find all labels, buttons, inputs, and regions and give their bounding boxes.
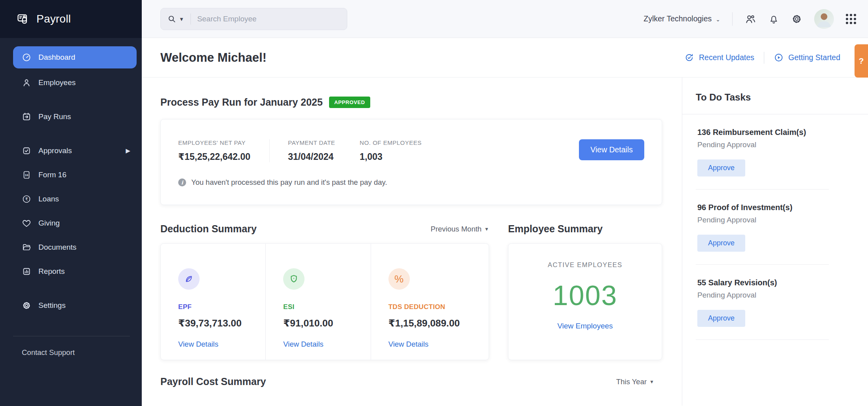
documents-icon bbox=[22, 243, 31, 252]
payroll-logo-icon bbox=[17, 12, 30, 26]
active-employees-count: 1003 bbox=[508, 280, 662, 311]
getting-started-link[interactable]: Getting Started bbox=[774, 53, 840, 63]
sidebar-item-settings[interactable]: Settings bbox=[13, 296, 137, 315]
sidebar-item-documents[interactable]: Documents bbox=[13, 237, 137, 257]
esi-value: ₹91,010.00 bbox=[283, 317, 370, 329]
info-icon: i bbox=[178, 178, 186, 186]
employee-summary-head: Employee Summary bbox=[508, 223, 662, 235]
sidebar-item-approvals[interactable]: Approvals ▶ bbox=[13, 141, 137, 161]
loans-icon: ₹ bbox=[22, 194, 31, 204]
app-title: Payroll bbox=[36, 13, 71, 25]
net-pay-label: EMPLOYEES' NET PAY bbox=[178, 139, 250, 146]
sidebar-item-label: Form 16 bbox=[38, 171, 67, 179]
sidebar-item-loans[interactable]: ₹ Loans bbox=[13, 189, 137, 209]
sidebar-item-label: Employees bbox=[38, 78, 76, 87]
page-title: Welcome Michael! bbox=[160, 51, 266, 65]
payment-date-value: 31/04/2024 bbox=[288, 152, 335, 162]
esi-column: ESI ₹91,010.00 View Details bbox=[266, 244, 371, 360]
todo-task-reimbursements: 136 Reimbursement Claim(s) Pending Appro… bbox=[682, 114, 868, 176]
sidebar-item-dashboard[interactable]: Dashboard bbox=[13, 46, 137, 68]
payroll-cost-head: Payroll Cost Summary This Year ▼ bbox=[160, 376, 662, 387]
epf-view-details-link[interactable]: View Details bbox=[178, 340, 218, 349]
recent-updates-icon bbox=[684, 53, 694, 63]
sidebar-item-pay-runs[interactable]: Pay Runs bbox=[13, 107, 137, 127]
todo-task-salary-revisions: 55 Salary Revision(s) Pending Approval A… bbox=[682, 265, 868, 327]
sidebar-item-reports[interactable]: Reports bbox=[13, 262, 137, 281]
payrun-note-text: You haven't processed this pay run and i… bbox=[191, 178, 387, 187]
sidebar-item-label: Approvals bbox=[38, 146, 72, 155]
approve-button[interactable]: Approve bbox=[697, 235, 745, 252]
tds-label: TDS DEDUCTION bbox=[388, 303, 489, 311]
epf-column: EPF ₹39,73,713.00 View Details bbox=[161, 244, 266, 360]
avatar[interactable] bbox=[814, 9, 834, 29]
reports-icon bbox=[22, 267, 31, 276]
tds-column: % TDS DEDUCTION ₹1,15,89,089.00 View Det… bbox=[371, 244, 489, 360]
topbar-divider bbox=[732, 12, 733, 26]
payrun-section-head: Process Pay Run for January 2025 APPROVE… bbox=[160, 97, 662, 108]
header-links: Recent Updates Getting Started bbox=[684, 52, 840, 64]
bell-icon[interactable] bbox=[768, 13, 779, 25]
giving-icon bbox=[22, 218, 31, 228]
main-content: Welcome Michael! Recent Updates bbox=[142, 38, 868, 406]
employees-icon bbox=[22, 78, 31, 87]
sidebar-item-label: Reports bbox=[38, 267, 65, 276]
epf-value: ₹39,73,713.00 bbox=[178, 317, 265, 329]
sidebar-item-label: Loans bbox=[38, 195, 59, 203]
net-pay-value: ₹15,25,22,642.00 bbox=[178, 152, 250, 162]
payroll-cost-title: Payroll Cost Summary bbox=[160, 376, 266, 387]
search-divider bbox=[190, 13, 191, 25]
view-details-button[interactable]: View Details bbox=[579, 139, 644, 160]
org-switcher[interactable]: Zylker Technologies ⌄ bbox=[643, 14, 720, 23]
task-status: Pending Approval bbox=[697, 140, 868, 149]
sidebar-item-form-16[interactable]: 16 Form 16 bbox=[13, 165, 137, 185]
todo-panel: To Do Tasks 136 Reimbursement Claim(s) P… bbox=[682, 78, 868, 406]
epf-label: EPF bbox=[178, 303, 265, 311]
employee-search[interactable]: ▼ bbox=[160, 8, 347, 30]
settings-icon bbox=[22, 301, 31, 310]
task-title: 55 Salary Revision(s) bbox=[697, 278, 868, 287]
deduction-summary-head: Deduction Summary Previous Month ▼ bbox=[160, 223, 489, 235]
todo-task-investments: 96 Proof of Investment(s) Pending Approv… bbox=[682, 190, 868, 252]
esi-label: ESI bbox=[283, 303, 370, 311]
chevron-down-icon: ⌄ bbox=[716, 16, 720, 23]
view-employees-link[interactable]: View Employees bbox=[557, 322, 613, 330]
search-scope-caret-icon[interactable]: ▼ bbox=[179, 16, 184, 22]
sidebar-item-giving[interactable]: Giving bbox=[13, 213, 137, 233]
help-tab-button[interactable]: ? bbox=[855, 44, 868, 78]
shield-icon bbox=[283, 268, 305, 290]
payrun-note: i You haven't processed this pay run and… bbox=[178, 178, 644, 187]
welcome-row: Welcome Michael! Recent Updates bbox=[142, 38, 868, 78]
sidebar-item-label: Giving bbox=[38, 219, 60, 228]
caret-down-icon: ▼ bbox=[649, 379, 654, 385]
payrun-title: Process Pay Run for January 2025 bbox=[160, 97, 323, 108]
sidebar-nav: Dashboard Employees Pay Runs bbox=[0, 46, 142, 315]
active-employees-label: ACTIVE EMPLOYEES bbox=[508, 261, 662, 269]
payroll-cost-period-select[interactable]: This Year ▼ bbox=[616, 378, 654, 386]
svg-text:₹: ₹ bbox=[25, 197, 28, 201]
task-title: 136 Reimbursement Claim(s) bbox=[697, 128, 868, 137]
approve-button[interactable]: Approve bbox=[697, 310, 745, 327]
esi-view-details-link[interactable]: View Details bbox=[283, 340, 323, 349]
sidebar-item-employees[interactable]: Employees bbox=[13, 73, 137, 93]
tds-view-details-link[interactable]: View Details bbox=[388, 340, 428, 349]
play-circle-icon bbox=[774, 53, 784, 63]
apps-grid-icon[interactable] bbox=[846, 14, 856, 24]
search-input[interactable] bbox=[197, 15, 341, 23]
recent-updates-label: Recent Updates bbox=[699, 53, 754, 62]
task-title: 96 Proof of Investment(s) bbox=[697, 203, 868, 212]
deduction-summary-title: Deduction Summary bbox=[160, 223, 257, 235]
deduction-period-select[interactable]: Previous Month ▼ bbox=[431, 225, 489, 233]
percent-icon: % bbox=[388, 268, 410, 290]
recent-updates-link[interactable]: Recent Updates bbox=[684, 53, 754, 63]
gear-icon[interactable] bbox=[791, 13, 802, 25]
search-icon[interactable] bbox=[167, 14, 177, 24]
svg-text:16: 16 bbox=[25, 173, 29, 177]
payment-date-label: PAYMENT DATE bbox=[288, 139, 335, 146]
approve-button[interactable]: Approve bbox=[697, 159, 745, 176]
todo-title: To Do Tasks bbox=[696, 92, 868, 103]
users-icon[interactable] bbox=[744, 13, 756, 25]
contact-support-link[interactable]: Contact Support bbox=[22, 348, 142, 357]
sidebar-divider bbox=[13, 336, 130, 336]
employee-count-value: 1,003 bbox=[360, 152, 421, 162]
sidebar-item-label: Settings bbox=[38, 301, 66, 310]
